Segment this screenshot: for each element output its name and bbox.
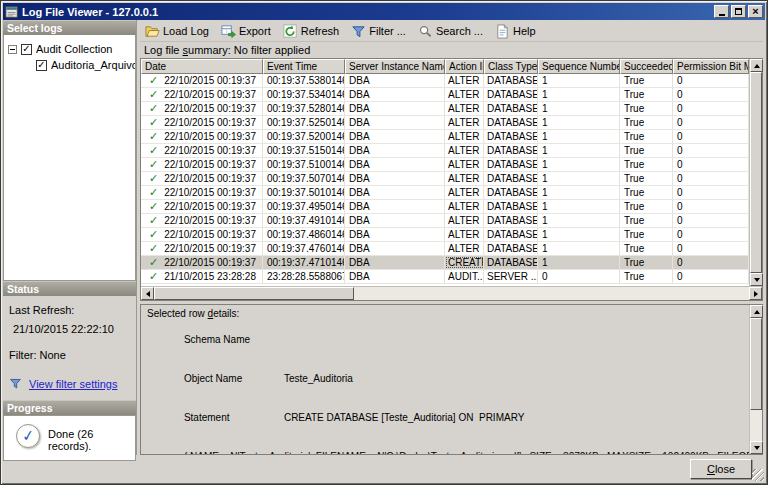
log-grid: Date Event Time Server Instance Name Act… (140, 58, 763, 301)
detail-line: Schema Name (145, 320, 749, 359)
scroll-right-button[interactable] (749, 287, 762, 300)
details-vertical-scrollbar[interactable] (749, 305, 762, 454)
table-row[interactable]: 22/10/2015 00:19:37 00:19:37.5380146 DBA… (141, 74, 749, 88)
tree-node-label: Auditoria_Arquivo (51, 59, 136, 71)
table-row[interactable]: 22/10/2015 00:19:37 00:19:37.5150146 DBA… (141, 144, 749, 158)
detail-label: Schema Name (184, 333, 284, 346)
column-header-class-type[interactable]: Class Type (484, 59, 538, 74)
search-button[interactable]: Search ... (415, 22, 488, 40)
audit-collection-checkbox[interactable] (21, 44, 32, 55)
table-row[interactable]: 22/10/2015 00:19:37 00:19:37.4760146 DBA… (141, 242, 749, 256)
column-header-permission-bit-mask[interactable]: Permission Bit Mask (673, 59, 749, 74)
table-row[interactable]: 22/10/2015 00:19:37 00:19:37.5010146 DBA… (141, 186, 749, 200)
table-row[interactable]: 22/10/2015 00:19:37 00:19:37.4910146 DBA… (141, 214, 749, 228)
table-row[interactable]: 21/10/2015 23:28:28 23:28:28.5588067 DBA… (141, 270, 749, 284)
up-arrow-icon (754, 64, 760, 68)
minimize-icon (719, 14, 725, 16)
filter-icon (351, 24, 366, 39)
close-icon: × (752, 6, 758, 17)
column-header-sequence-number[interactable]: Sequence Number (538, 59, 620, 74)
log-file-summary: Log file summary: No filter applied (140, 42, 763, 58)
help-icon (495, 24, 510, 39)
table-row[interactable]: 22/10/2015 00:19:37 00:19:37.4710146 DBA… (141, 256, 749, 270)
scroll-down-button[interactable] (750, 441, 763, 454)
scrollbar-thumb[interactable] (750, 318, 762, 410)
last-refresh-value: 21/10/2015 22:22:10 (13, 323, 130, 335)
maximize-icon (735, 8, 742, 15)
view-filter-settings-link[interactable]: View filter settings (29, 378, 117, 390)
grid-body: 22/10/2015 00:19:37 00:19:37.5380146 DBA… (141, 74, 749, 286)
collapse-icon[interactable] (8, 45, 17, 54)
toolbar: Load Log Export (140, 20, 763, 42)
detail-line: Object NameTeste_Auditoria (145, 359, 749, 398)
scrollbar-thumb[interactable] (154, 287, 354, 300)
refresh-icon (283, 24, 298, 39)
content-panel: Load Log Export (137, 20, 765, 455)
refresh-button[interactable]: Refresh (280, 22, 345, 40)
selected-row-details-panel: Selected row details: Schema Name Object… (140, 304, 763, 455)
grid-header-row: Date Event Time Server Instance Name Act… (141, 59, 749, 74)
app-icon (5, 5, 19, 19)
dialog-footer: Close (3, 455, 765, 482)
left-sidebar: Select logs Audit Collection Auditoria_A… (3, 20, 137, 455)
resize-grip[interactable] (752, 469, 764, 481)
title-bar: Log File Viewer - 127.0.0.1 × (3, 3, 765, 20)
column-header-event-time[interactable]: Event Time (263, 59, 345, 74)
table-row[interactable]: 22/10/2015 00:19:37 00:19:37.4950146 DBA… (141, 200, 749, 214)
search-icon (418, 24, 433, 39)
table-row[interactable]: 22/10/2015 00:19:37 00:19:37.5250146 DBA… (141, 116, 749, 130)
up-arrow-icon (754, 310, 760, 314)
tree-node-auditoria-arquivo[interactable]: Auditoria_Arquivo (6, 57, 133, 73)
down-arrow-icon (754, 446, 760, 450)
status-section: Last Refresh: 21/10/2015 22:22:10 Filter… (3, 296, 136, 400)
log-tree: Audit Collection Auditoria_Arquivo (3, 35, 136, 281)
scroll-up-button[interactable] (750, 59, 763, 72)
column-header-server-instance[interactable]: Server Instance Name (345, 59, 445, 74)
filter-status-label: Filter: None (9, 349, 130, 361)
progress-header: Progress (3, 400, 136, 415)
minimize-button[interactable] (714, 5, 729, 18)
filter-icon (9, 377, 22, 390)
table-row[interactable]: 22/10/2015 00:19:37 00:19:37.5070146 DBA… (141, 172, 749, 186)
detail-line: ( NAME = N'Teste_Auditoria', FILENAME = … (145, 437, 749, 454)
scroll-down-button[interactable] (750, 273, 763, 286)
filter-button[interactable]: Filter ... (348, 22, 411, 40)
table-row[interactable]: 22/10/2015 00:19:37 00:19:37.4860146 DBA… (141, 228, 749, 242)
window-title: Log File Viewer - 127.0.0.1 (22, 6, 712, 18)
table-row[interactable]: 22/10/2015 00:19:37 00:19:37.5100146 DBA… (141, 158, 749, 172)
scroll-left-button[interactable] (141, 287, 154, 300)
right-arrow-icon (754, 291, 758, 297)
detail-value: CREATE DATABASE [Teste_Auditoria] ON PRI… (284, 412, 524, 423)
auditoria-arquivo-checkbox[interactable] (36, 60, 47, 71)
scroll-up-button[interactable] (750, 305, 763, 318)
tree-node-label: Audit Collection (36, 43, 112, 55)
table-row[interactable]: 22/10/2015 00:19:37 00:19:37.5340146 DBA… (141, 88, 749, 102)
select-logs-header: Select logs (3, 20, 136, 35)
close-button[interactable]: Close (690, 459, 752, 479)
done-check-icon: ✓ (16, 424, 40, 448)
grid-vertical-scrollbar[interactable] (749, 59, 762, 286)
detail-value: Teste_Auditoria (284, 373, 353, 384)
details-title: Selected row details: (145, 307, 749, 320)
open-folder-icon (145, 24, 160, 39)
details-lines: Schema Name Object NameTeste_Auditoria S… (145, 320, 749, 454)
table-row[interactable]: 22/10/2015 00:19:37 00:19:37.5280146 DBA… (141, 102, 749, 116)
load-log-button[interactable]: Load Log (142, 22, 214, 40)
close-window-button[interactable]: × (748, 5, 763, 18)
tree-node-audit-collection[interactable]: Audit Collection (6, 41, 133, 57)
help-button[interactable]: Help (492, 22, 541, 40)
detail-label: Object Name (184, 372, 284, 385)
log-file-viewer-window: Log File Viewer - 127.0.0.1 × Select log… (0, 0, 768, 485)
maximize-button[interactable] (731, 5, 746, 18)
table-row[interactable]: 22/10/2015 00:19:37 00:19:37.5200146 DBA… (141, 130, 749, 144)
column-header-action-id[interactable]: Action ID (445, 59, 484, 74)
left-arrow-icon (146, 291, 150, 297)
export-button[interactable]: Export (218, 22, 276, 40)
down-arrow-icon (754, 278, 760, 282)
scrollbar-thumb[interactable] (750, 72, 762, 273)
column-header-succeeded[interactable]: Succeeded (620, 59, 673, 74)
detail-value: ( NAME = N'Teste_Auditoria', FILENAME = … (184, 451, 749, 454)
grid-horizontal-scrollbar[interactable] (141, 286, 762, 300)
column-header-date[interactable]: Date (141, 59, 263, 74)
detail-label: Statement (184, 411, 284, 424)
